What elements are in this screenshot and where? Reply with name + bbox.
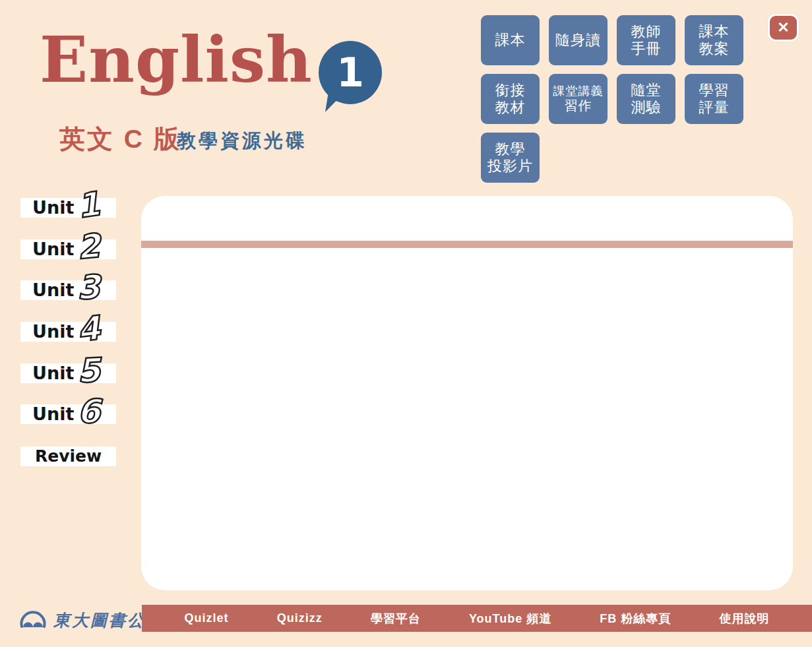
unit-1-number: 1 bbox=[75, 187, 102, 223]
content-panel bbox=[141, 196, 793, 590]
close-button[interactable]: ✕ bbox=[768, 14, 799, 42]
unit-5-number: 5 bbox=[77, 354, 101, 388]
level-badge: 1 bbox=[319, 41, 382, 104]
resource-button-textbook[interactable]: 課本 bbox=[481, 15, 540, 65]
resource-button-pocket-reader[interactable]: 隨身讀 bbox=[549, 15, 608, 65]
resource-button-teaching-slides[interactable]: 教學 投影片 bbox=[481, 133, 540, 183]
app-logo-title: English bbox=[40, 25, 313, 95]
unit-1-button[interactable]: Unit 1 bbox=[20, 198, 116, 218]
unit-5-button[interactable]: Unit 5 bbox=[20, 363, 116, 383]
footer-link-user-guide[interactable]: 使用說明 bbox=[719, 611, 769, 627]
footer-link-facebook-page[interactable]: FB 粉絲專頁 bbox=[600, 611, 671, 627]
level-badge-number: 1 bbox=[336, 53, 364, 92]
footer-links-bar: Quizlet Quizizz 學習平台 YouTube 頻道 FB 粉絲專頁 … bbox=[142, 605, 812, 632]
unit-3-button[interactable]: Unit 3 bbox=[20, 280, 116, 300]
footer-link-quizizz[interactable]: Quizizz bbox=[277, 611, 323, 625]
resource-button-learning-assessment[interactable]: 學習 評量 bbox=[685, 74, 743, 124]
close-icon: ✕ bbox=[777, 19, 789, 36]
resource-button-bridging-materials[interactable]: 銜接 教材 bbox=[481, 74, 540, 124]
unit-4-button[interactable]: Unit 4 bbox=[20, 322, 116, 342]
footer-link-quizlet[interactable]: Quizlet bbox=[185, 611, 229, 625]
footer-link-learning-platform[interactable]: 學習平台 bbox=[371, 611, 421, 627]
series-label: 英文 C 版 bbox=[59, 121, 181, 157]
content-divider bbox=[141, 241, 793, 248]
publisher-arch-icon bbox=[18, 608, 47, 632]
resource-button-quiz[interactable]: 隨堂 測驗 bbox=[617, 74, 675, 124]
unit-6-number: 6 bbox=[77, 395, 100, 428]
resource-button-handout-workbook[interactable]: 課堂講義 習作 bbox=[549, 74, 608, 124]
app-window: English 1 英文 C 版 教學資源光碟 課本 隨身讀 教師 手冊 課本 … bbox=[0, 0, 812, 647]
resource-button-textbook-lesson-plan[interactable]: 課本 教案 bbox=[685, 15, 743, 65]
resource-menu: 課本 隨身讀 教師 手冊 課本 教案 銜接 教材 課堂講義 習作 隨堂 測驗 學… bbox=[481, 15, 745, 183]
footer-link-youtube-channel[interactable]: YouTube 頻道 bbox=[469, 611, 551, 627]
unit-6-button[interactable]: Unit 6 bbox=[20, 404, 116, 424]
product-label: 教學資源光碟 bbox=[177, 128, 307, 154]
unit-3-number: 3 bbox=[77, 270, 101, 304]
review-button[interactable]: Review bbox=[20, 447, 116, 466]
resource-button-teacher-manual[interactable]: 教師 手冊 bbox=[617, 15, 675, 65]
unit-4-number: 4 bbox=[75, 311, 102, 347]
unit-2-number: 2 bbox=[76, 230, 102, 264]
unit-2-button[interactable]: Unit 2 bbox=[20, 239, 116, 259]
